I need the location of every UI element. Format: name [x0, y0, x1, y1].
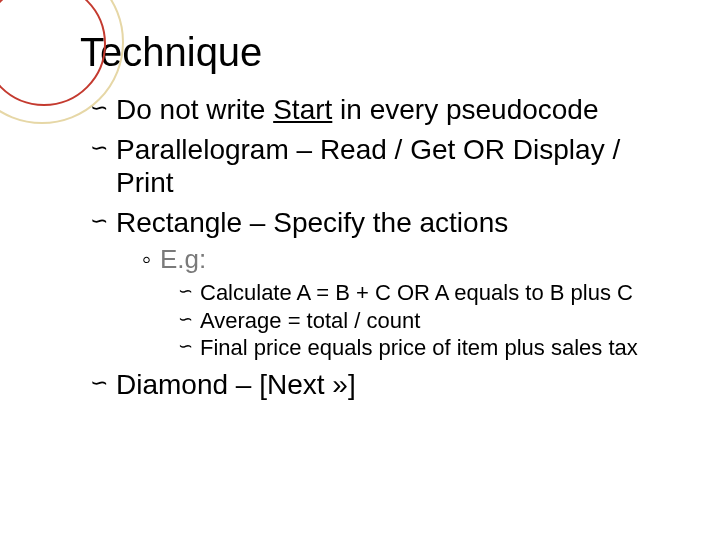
bullet-text: Rectangle – Specify the actions	[116, 207, 508, 238]
infinity-bullet-icon: ∽	[178, 335, 190, 358]
subsub-item: ∽ Average = total / count	[178, 307, 680, 335]
bullet-item: ∽ Parallelogram – Read / Get OR Display …	[90, 133, 680, 200]
subsub-text: Average = total / count	[200, 308, 420, 333]
bullet-text: Diamond – [Next »]	[116, 369, 356, 400]
infinity-bullet-icon: ∽	[90, 208, 104, 234]
infinity-bullet-icon: ∽	[178, 308, 190, 331]
bullet-item: ∽ Rectangle – Specify the actions E.g: ∽…	[90, 206, 680, 362]
bullet-text: Parallelogram – Read / Get OR Display / …	[116, 134, 620, 199]
bullet-list: ∽ Do not write Start in every pseudocode…	[80, 93, 680, 401]
bullet-text-underlined: Start	[273, 94, 332, 125]
sub-label: E.g:	[160, 244, 206, 274]
subsub-list: ∽ Calculate A = B + C OR A equals to B p…	[160, 279, 680, 362]
sub-item: E.g: ∽ Calculate A = B + C OR A equals t…	[142, 243, 680, 361]
subsub-text: Final price equals price of item plus sa…	[200, 335, 638, 360]
infinity-bullet-icon: ∽	[90, 95, 104, 121]
slide: Technique ∽ Do not write Start in every …	[0, 0, 720, 540]
infinity-bullet-icon: ∽	[178, 280, 190, 303]
subsub-item: ∽ Calculate A = B + C OR A equals to B p…	[178, 279, 680, 307]
bullet-text-post: in every pseudocode	[332, 94, 598, 125]
subsub-text: Calculate A = B + C OR A equals to B plu…	[200, 280, 633, 305]
infinity-bullet-icon: ∽	[90, 370, 104, 396]
sub-list: E.g: ∽ Calculate A = B + C OR A equals t…	[116, 243, 680, 361]
infinity-bullet-icon: ∽	[90, 135, 104, 161]
subsub-item: ∽ Final price equals price of item plus …	[178, 334, 680, 362]
bullet-item: ∽ Diamond – [Next »]	[90, 368, 680, 402]
slide-title: Technique	[80, 20, 680, 75]
bullet-text-pre: Do not write	[116, 94, 273, 125]
bullet-item: ∽ Do not write Start in every pseudocode	[90, 93, 680, 127]
